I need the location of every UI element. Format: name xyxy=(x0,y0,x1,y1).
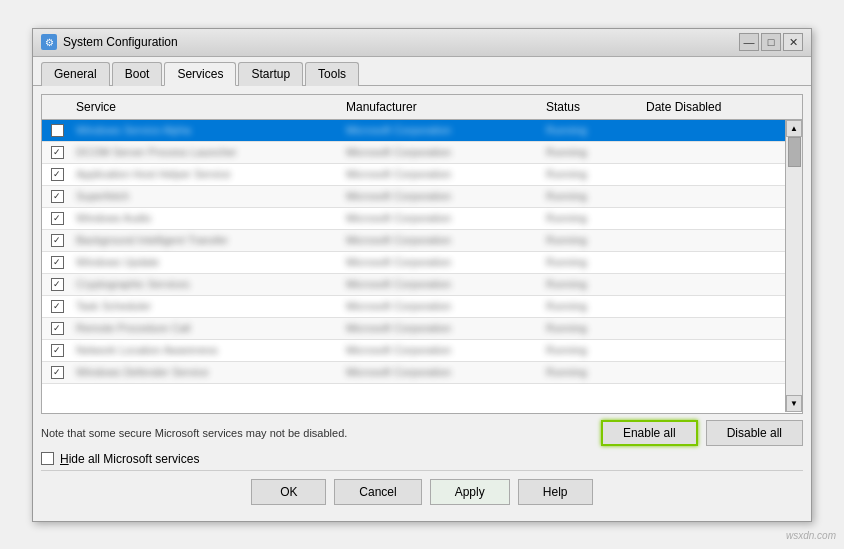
row-checkbox[interactable] xyxy=(42,299,72,314)
table-row[interactable]: Remote Procedure Call Microsoft Corporat… xyxy=(42,318,802,340)
table-header: Service Manufacturer Status Date Disable… xyxy=(42,95,802,120)
ok-button[interactable]: OK xyxy=(251,479,326,505)
date-disabled-value xyxy=(642,239,772,241)
enable-all-button[interactable]: Enable all xyxy=(601,420,698,446)
tab-services[interactable]: Services xyxy=(164,62,236,86)
date-disabled-value xyxy=(642,371,772,373)
checkbox[interactable] xyxy=(51,234,64,247)
status-value: Running xyxy=(542,123,642,137)
service-name: Background Intelligent Transfer xyxy=(72,233,342,247)
row-checkbox[interactable] xyxy=(42,277,72,292)
service-name: Windows Audio xyxy=(72,211,342,225)
watermark: wsxdn.com xyxy=(786,530,836,541)
hide-microsoft-row: HHide all Microsoft serviceside all Micr… xyxy=(41,452,803,466)
tab-boot[interactable]: Boot xyxy=(112,62,163,86)
service-name: Network Location Awareness xyxy=(72,343,342,357)
date-disabled-value xyxy=(642,151,772,153)
bottom-buttons: OK Cancel Apply Help xyxy=(41,470,803,513)
row-checkbox[interactable] xyxy=(42,123,72,138)
manufacturer-name: Microsoft Corporation xyxy=(342,365,542,379)
table-row[interactable]: Network Location Awareness Microsoft Cor… xyxy=(42,340,802,362)
row-checkbox[interactable] xyxy=(42,343,72,358)
row-checkbox[interactable] xyxy=(42,255,72,270)
apply-button[interactable]: Apply xyxy=(430,479,510,505)
col-date-disabled: Date Disabled xyxy=(642,98,772,116)
scroll-track xyxy=(786,137,802,395)
tab-general[interactable]: General xyxy=(41,62,110,86)
table-row[interactable]: Windows Audio Microsoft Corporation Runn… xyxy=(42,208,802,230)
title-bar-left: ⚙ System Configuration xyxy=(41,34,178,50)
row-checkbox[interactable] xyxy=(42,233,72,248)
checkbox[interactable] xyxy=(51,212,64,225)
tab-tools[interactable]: Tools xyxy=(305,62,359,86)
scroll-down-button[interactable]: ▼ xyxy=(786,395,802,412)
row-checkbox[interactable] xyxy=(42,365,72,380)
checkbox[interactable] xyxy=(51,256,64,269)
status-value: Running xyxy=(542,321,642,335)
status-value: Running xyxy=(542,255,642,269)
manufacturer-name: Microsoft Corporation xyxy=(342,255,542,269)
checkbox[interactable] xyxy=(51,146,64,159)
checkbox[interactable] xyxy=(51,344,64,357)
help-button[interactable]: Help xyxy=(518,479,593,505)
checkbox[interactable] xyxy=(51,190,64,203)
status-value: Running xyxy=(542,277,642,291)
service-name: Application Host Helper Service xyxy=(72,167,342,181)
status-value: Running xyxy=(542,211,642,225)
checkbox[interactable] xyxy=(51,168,64,181)
manufacturer-name: Microsoft Corporation xyxy=(342,145,542,159)
table-row[interactable]: Windows Update Microsoft Corporation Run… xyxy=(42,252,802,274)
date-disabled-value xyxy=(642,305,772,307)
window-title: System Configuration xyxy=(63,35,178,49)
scroll-thumb[interactable] xyxy=(788,137,801,167)
table-row[interactable]: Superfetch Microsoft Corporation Running xyxy=(42,186,802,208)
table-row[interactable]: Windows Defender Service Microsoft Corpo… xyxy=(42,362,802,384)
service-name: Windows Defender Service xyxy=(72,365,342,379)
date-disabled-value xyxy=(642,283,772,285)
status-value: Running xyxy=(542,343,642,357)
table-row[interactable]: DCOM Server Process Launcher Microsoft C… xyxy=(42,142,802,164)
row-checkbox[interactable] xyxy=(42,145,72,160)
date-disabled-value xyxy=(642,217,772,219)
disable-all-button[interactable]: Disable all xyxy=(706,420,803,446)
services-table: Service Manufacturer Status Date Disable… xyxy=(41,94,803,414)
scroll-up-button[interactable]: ▲ xyxy=(786,120,802,137)
hide-microsoft-checkbox[interactable] xyxy=(41,452,54,465)
service-name: Task Scheduler xyxy=(72,299,342,313)
table-row[interactable]: Application Host Helper Service Microsof… xyxy=(42,164,802,186)
manufacturer-name: Microsoft Corporation xyxy=(342,277,542,291)
manufacturer-name: Microsoft Corporation xyxy=(342,123,542,137)
manufacturer-name: Microsoft Corporation xyxy=(342,343,542,357)
system-configuration-window: ⚙ System Configuration — □ ✕ General Boo… xyxy=(32,28,812,522)
table-row[interactable]: Cryptographic Services Microsoft Corpora… xyxy=(42,274,802,296)
checkbox[interactable] xyxy=(51,366,64,379)
date-disabled-value xyxy=(642,349,772,351)
table-row[interactable]: Background Intelligent Transfer Microsof… xyxy=(42,230,802,252)
row-checkbox[interactable] xyxy=(42,211,72,226)
close-button[interactable]: ✕ xyxy=(783,33,803,51)
row-checkbox[interactable] xyxy=(42,189,72,204)
table-body: Windows Service Alpha Microsoft Corporat… xyxy=(42,120,802,412)
title-bar: ⚙ System Configuration — □ ✕ xyxy=(33,29,811,57)
status-value: Running xyxy=(542,365,642,379)
checkbox[interactable] xyxy=(51,322,64,335)
cancel-button[interactable]: Cancel xyxy=(334,479,421,505)
minimize-button[interactable]: — xyxy=(739,33,759,51)
table-row[interactable]: Windows Service Alpha Microsoft Corporat… xyxy=(42,120,802,142)
manufacturer-name: Microsoft Corporation xyxy=(342,299,542,313)
tab-startup[interactable]: Startup xyxy=(238,62,303,86)
row-checkbox[interactable] xyxy=(42,321,72,336)
checkbox[interactable] xyxy=(51,124,64,137)
col-scroll-space xyxy=(772,98,790,116)
col-manufacturer: Manufacturer xyxy=(342,98,542,116)
col-status: Status xyxy=(542,98,642,116)
table-row[interactable]: Task Scheduler Microsoft Corporation Run… xyxy=(42,296,802,318)
scrollbar[interactable]: ▲ ▼ xyxy=(785,120,802,412)
row-checkbox[interactable] xyxy=(42,167,72,182)
checkbox[interactable] xyxy=(51,300,64,313)
checkbox[interactable] xyxy=(51,278,64,291)
status-value: Running xyxy=(542,189,642,203)
manufacturer-name: Microsoft Corporation xyxy=(342,233,542,247)
manufacturer-name: Microsoft Corporation xyxy=(342,321,542,335)
maximize-button[interactable]: □ xyxy=(761,33,781,51)
